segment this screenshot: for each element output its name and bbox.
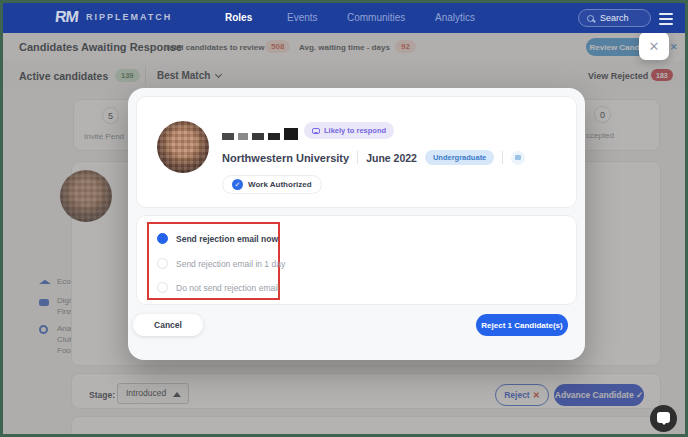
brand-name: RIPPLEMATCH xyxy=(86,12,172,22)
candidate-name-redacted xyxy=(222,128,298,140)
university-name: Northwestern University xyxy=(222,152,349,164)
nav-item-analytics[interactable]: Analytics xyxy=(435,12,475,23)
search-placeholder: Search xyxy=(600,13,629,23)
nav-item-roles[interactable]: Roles xyxy=(225,12,252,23)
ripplematch-logo-icon: RM xyxy=(54,8,79,26)
radio-option-do-not-send[interactable]: Do not send rejection email xyxy=(157,282,279,293)
divider xyxy=(357,151,358,164)
menu-icon[interactable] xyxy=(659,13,673,28)
top-navbar: RM RIPPLEMATCH Roles Events Communities … xyxy=(3,3,685,33)
search-icon xyxy=(587,15,594,22)
speech-bubble-icon xyxy=(312,128,320,134)
close-modal-button[interactable]: ✕ xyxy=(639,32,669,60)
radio-option-send-now[interactable]: Send rejection email now xyxy=(157,233,278,244)
radio-option-send-in-1-day[interactable]: Send rejection email in 1 day xyxy=(157,258,285,269)
rejection-options-card: Send rejection email now Send rejection … xyxy=(136,215,577,305)
likely-to-respond-badge: Likely to respond xyxy=(304,122,394,139)
graduation-date: June 2022 xyxy=(366,152,417,164)
candidate-avatar xyxy=(157,121,209,173)
reject-candidate-modal: Likely to respond Northwestern Universit… xyxy=(128,88,585,360)
confirm-reject-button[interactable]: Reject 1 Candidate(s) xyxy=(476,314,568,336)
nav-item-events[interactable]: Events xyxy=(287,12,318,23)
radio-selected-icon[interactable] xyxy=(157,233,168,244)
cancel-button[interactable]: Cancel xyxy=(133,314,203,336)
degree-badge: Undergraduate xyxy=(425,150,494,165)
candidate-education-row: Northwestern University June 2022 Underg… xyxy=(222,150,525,165)
search-input[interactable]: Search xyxy=(578,9,651,27)
radio-icon[interactable] xyxy=(157,258,168,269)
divider xyxy=(502,151,503,164)
work-authorized-pill: ✓ Work Authorized xyxy=(222,175,322,194)
candidate-summary-card: Likely to respond Northwestern Universit… xyxy=(136,96,577,208)
nav-item-communities[interactable]: Communities xyxy=(347,12,405,23)
chat-widget-button[interactable] xyxy=(650,405,677,432)
brand-logo[interactable]: RM RIPPLEMATCH xyxy=(55,8,172,26)
resume-icon[interactable] xyxy=(511,151,525,165)
check-icon: ✓ xyxy=(232,179,243,190)
radio-icon[interactable] xyxy=(157,282,168,293)
app-window: RM RIPPLEMATCH Roles Events Communities … xyxy=(0,0,688,437)
